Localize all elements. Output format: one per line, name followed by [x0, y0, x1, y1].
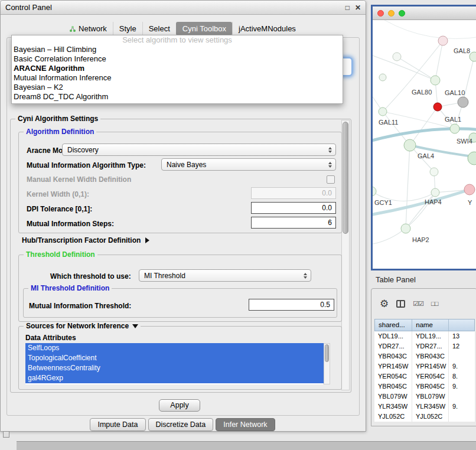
select-all-icon[interactable]: ☑☑: [413, 301, 423, 307]
table-cell: YJL052C: [412, 412, 449, 422]
table-cell: YBR045C: [374, 381, 412, 392]
table-cell: YPR145W: [412, 361, 449, 371]
network-edge[interactable]: [384, 20, 476, 39]
network-node-gal4[interactable]: [404, 139, 416, 151]
apply-button[interactable]: Apply: [159, 399, 200, 412]
table-row[interactable]: YDR27...YDR27...12: [374, 341, 475, 351]
combobox-value: Naive Bayes: [167, 161, 206, 169]
network-edge[interactable]: [410, 107, 438, 145]
bottom-panel-strip: [17, 441, 476, 450]
attribute-item[interactable]: BetweennessCentrality: [25, 363, 325, 373]
close-icon[interactable]: ✕: [355, 4, 361, 12]
network-edge[interactable]: [397, 57, 435, 80]
manual-kernel-checkbox[interactable]: [327, 175, 335, 184]
combo-arrows-icon: [304, 273, 307, 279]
algorithm-option[interactable]: Mutual Information Inference: [12, 73, 343, 83]
column-header-shared-name[interactable]: shared...: [375, 319, 412, 331]
bottom-tab-discretize-data[interactable]: Discretize Data: [148, 418, 214, 431]
settings-scrollbar[interactable]: [341, 120, 350, 390]
network-node-hap4[interactable]: [431, 188, 439, 197]
deselect-all-icon[interactable]: □□: [431, 301, 438, 307]
bottom-tab-impute-data[interactable]: Impute Data: [90, 418, 145, 431]
network-node[interactable]: [430, 168, 438, 176]
threshold-type-combobox[interactable]: MI Threshold: [139, 269, 311, 282]
minimize-traffic-light[interactable]: [388, 10, 395, 17]
tab-label: Select: [149, 24, 170, 33]
network-node[interactable]: [438, 36, 448, 45]
algorithm-option[interactable]: Basic Correlation Inference: [12, 54, 343, 64]
tab-jactivemnodules[interactable]: jActiveMNodules: [232, 22, 302, 35]
tab-style[interactable]: Style: [113, 22, 142, 35]
aracne-mode-combobox[interactable]: Discovery: [62, 144, 336, 156]
table-row[interactable]: YBL079WYBL079W: [374, 392, 475, 402]
column-header-name[interactable]: name: [412, 319, 448, 331]
network-node-label: GCY1: [374, 199, 392, 206]
table-row[interactable]: YER054CYER054C8.: [374, 371, 475, 381]
table-row[interactable]: YBR043CYBR043C: [374, 351, 475, 361]
table-row[interactable]: YPR145WYPR145W9.: [374, 361, 475, 371]
table-cell: YJL052C: [374, 412, 412, 422]
table-row[interactable]: YDL19...YDL19...13: [374, 331, 475, 341]
network-node-gal80[interactable]: [431, 76, 440, 85]
tab-network[interactable]: Network: [63, 22, 113, 35]
table-settings-gear-icon[interactable]: ⚙: [380, 299, 389, 309]
group-title: Threshold Definition: [24, 250, 97, 259]
zoom-traffic-light[interactable]: [399, 10, 405, 17]
mi-algorithm-type-combobox[interactable]: Naive Bayes: [161, 158, 336, 171]
bottom-tab-infer-network[interactable]: Infer Network: [216, 418, 275, 431]
table-row[interactable]: YBR045CYBR045C9.: [374, 381, 475, 392]
tab-cyni-toolbox[interactable]: Cyni Toolbox: [176, 22, 232, 35]
network-window-titlebar: [373, 6, 476, 20]
hub-definition-toggle[interactable]: Hub/Transcription Factor Definition: [22, 236, 149, 244]
column-header-extra[interactable]: [449, 319, 475, 331]
network-node[interactable]: [458, 97, 468, 107]
table-cell: [449, 392, 475, 402]
network-node-gal1[interactable]: [450, 124, 459, 133]
table-row[interactable]: YLR345WYLR345W9.: [374, 402, 475, 412]
collapsed-panel-icon[interactable]: [3, 431, 9, 438]
mi-steps-field[interactable]: 6: [251, 217, 336, 229]
network-node-gal11[interactable]: [379, 107, 387, 116]
network-node-hap2[interactable]: [401, 224, 410, 233]
network-canvas[interactable]: GAL8GAL80GAL10GAL11GAL1SWI4GAL4GCY1HAP4Y…: [373, 20, 476, 269]
attribute-item[interactable]: SelfLoops: [25, 343, 325, 353]
network-node-gal10[interactable]: [433, 103, 442, 111]
combo-arrows-icon: [328, 162, 332, 168]
dpi-tolerance-field[interactable]: 0.0: [251, 202, 336, 214]
table-cell: YPR145W: [374, 361, 412, 371]
attributes-scrollbar-thumb[interactable]: [325, 344, 329, 362]
attribute-item[interactable]: gal4RGexp: [25, 373, 325, 383]
close-traffic-light[interactable]: [377, 10, 384, 17]
network-edge[interactable]: [406, 145, 410, 229]
network-edge[interactable]: [435, 41, 443, 80]
tab-select[interactable]: Select: [142, 22, 176, 35]
kernel-width-field[interactable]: 0.0: [251, 187, 336, 199]
table-cell: YBR043C: [374, 351, 412, 361]
combobox-value: Discovery: [67, 146, 99, 154]
algorithm-dropdown-list: Bayesian – Hill ClimbingBasic Correlatio…: [12, 45, 343, 102]
network-node[interactable]: [393, 53, 401, 61]
network-node[interactable]: [379, 74, 386, 81]
algorithm-option[interactable]: Bayesian – Hill Climbing: [12, 45, 343, 54]
dpi-tolerance-label: DPI Tolerance [0,1]:: [27, 205, 92, 213]
network-node-y[interactable]: [464, 184, 475, 195]
network-node-label: GAL11: [379, 119, 398, 126]
mi-threshold-label: Mutual Information Threshold:: [29, 302, 131, 310]
network-node-gal8[interactable]: [470, 52, 476, 61]
float-window-icon[interactable]: □: [345, 4, 350, 12]
algorithm-option[interactable]: Dream8 DC_TDC Algorithm: [12, 92, 343, 102]
show-columns-icon[interactable]: [396, 300, 405, 308]
algorithm-option[interactable]: Bayesian – K2: [12, 83, 343, 92]
attribute-item[interactable]: TopologicalCoefficient: [25, 353, 325, 363]
sources-group-title[interactable]: Sources for Network Inference: [24, 322, 141, 330]
settings-scrollbar-thumb[interactable]: [343, 122, 348, 234]
data-attributes-list[interactable]: SelfLoopsTopologicalCoefficientBetweenne…: [25, 343, 323, 384]
attributes-scrollbar[interactable]: [324, 343, 330, 384]
network-node-gcy1[interactable]: [373, 187, 376, 196]
mi-threshold-field[interactable]: 0.5: [249, 299, 334, 311]
algorithm-option[interactable]: ARACNE Algorithm: [12, 64, 343, 73]
network-node-label: GAL10: [445, 89, 465, 96]
table-row[interactable]: YJL052CYJL052C: [374, 412, 475, 422]
node-table-body: YDL19...YDL19...13YDR27...YDR27...12YBR0…: [374, 331, 475, 422]
network-node[interactable]: [468, 152, 476, 165]
